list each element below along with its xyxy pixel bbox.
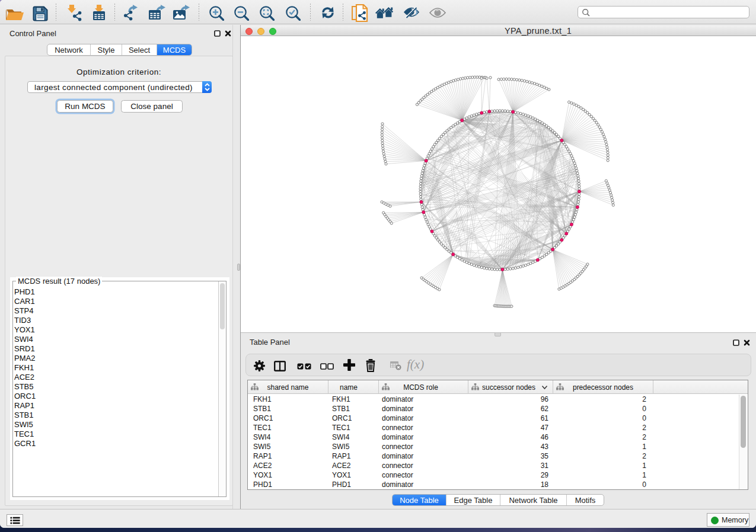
svg-text:f(x): f(x): [407, 357, 424, 371]
